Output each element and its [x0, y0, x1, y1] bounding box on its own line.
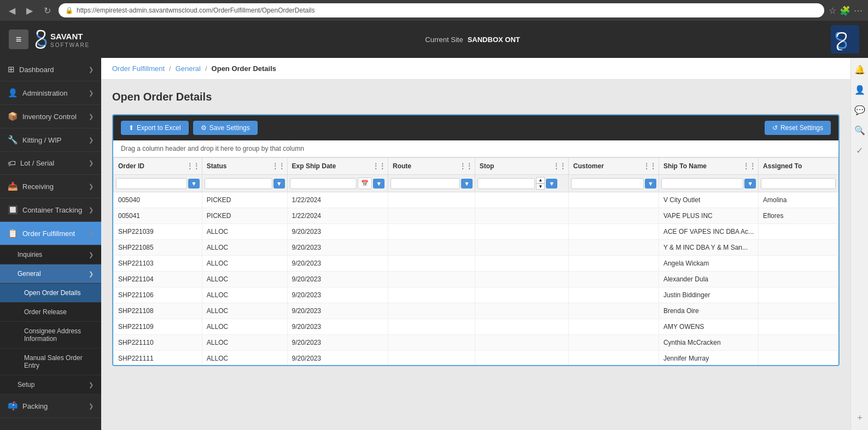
cell-1-4 — [475, 208, 568, 224]
cell-0-7: Amolina — [759, 192, 838, 208]
chevron-icon: ❯ — [89, 90, 94, 97]
breadcrumb-general[interactable]: General — [176, 64, 201, 73]
table-row[interactable]: SHP221106ALLOC9/20/2023Justin Biddinger — [114, 287, 838, 303]
filter-exp-ship-date-btn[interactable]: ▼ — [373, 179, 385, 189]
table-scroll-container[interactable]: Order ID ⋮⋮ Status ⋮⋮ Exp Ship Date ⋮⋮ — [113, 157, 838, 365]
filter-stop-spinner[interactable]: ▲ ▼ — [536, 177, 545, 190]
filter-customer-input[interactable] — [571, 178, 644, 189]
url-bar[interactable]: 🔒 https://empiretest-admin.savantwmsclou… — [59, 3, 824, 17]
sidebar-label-dashboard: Dashboard — [19, 66, 54, 74]
table-row[interactable]: SHP221110ALLOC9/20/2023Cynthia McCracken — [114, 335, 838, 351]
cell-5-2: 9/20/2023 — [287, 272, 388, 287]
table-row[interactable]: SHP221108ALLOC9/20/2023Brenda Oire — [114, 303, 838, 319]
filter-assigned-to-input[interactable] — [761, 178, 836, 189]
col-header-stop[interactable]: Stop ⋮⋮ — [475, 158, 568, 175]
customer-menu-icon[interactable]: ⋮⋮ — [643, 162, 656, 170]
table-row[interactable]: SHP221104ALLOC9/20/2023Alexander Dula — [114, 272, 838, 287]
sidebar-item-packing[interactable]: 📫 Packing ❯ — [0, 394, 101, 418]
filter-stop: ▲ ▼ ▼ — [475, 175, 568, 192]
col-header-assigned-to[interactable]: Assigned To — [759, 158, 838, 175]
filter-stop-btn[interactable]: ▼ — [546, 179, 557, 189]
table-row[interactable]: 005040PICKED1/22/2024V City OutletAmolin… — [114, 192, 838, 208]
filter-stop-input[interactable] — [477, 178, 535, 189]
logo-area: ≡ SAVANT SOFTWARE — [9, 25, 114, 54]
right-icon-4[interactable]: 🔍 — [852, 123, 867, 138]
filter-ship-to-name-input[interactable] — [661, 178, 743, 189]
cell-8-7 — [759, 319, 838, 335]
sidebar-item-inventory-control[interactable]: 📦 Inventory Control ❯ — [0, 105, 101, 128]
cell-1-0: 005041 — [114, 208, 202, 224]
hamburger-button[interactable]: ≡ — [9, 30, 28, 49]
order-fulfillment-icon: 📋 — [8, 228, 18, 238]
table-row[interactable]: SHP221039ALLOC9/20/2023ACE OF VAPES INC … — [114, 224, 838, 240]
table-row[interactable]: SHP221103ALLOC9/20/2023Angela Wickam — [114, 256, 838, 272]
star-icon[interactable]: ☆ — [829, 5, 836, 16]
sidebar-sub-order-release[interactable]: Order Release — [0, 303, 101, 322]
col-header-status[interactable]: Status ⋮⋮ — [202, 158, 287, 175]
sidebar-item-administration[interactable]: 👤 Administration ❯ — [0, 81, 101, 105]
route-menu-icon[interactable]: ⋮⋮ — [459, 162, 473, 170]
reset-settings-button[interactable]: ↺ Reset Settings — [765, 121, 831, 135]
cell-2-3 — [388, 224, 475, 240]
table-row[interactable]: SHP221111ALLOC9/20/2023Jennifer Murray — [114, 351, 838, 365]
forward-button[interactable]: ▶ — [23, 4, 36, 17]
save-settings-button[interactable]: ⚙ Save Settings — [193, 121, 258, 135]
status-menu-icon[interactable]: ⋮⋮ — [272, 162, 285, 170]
lot-serial-icon: 🏷 — [8, 158, 16, 168]
sidebar-sub-open-order-details[interactable]: Open Order Details — [0, 284, 101, 303]
refresh-button[interactable]: ↻ — [40, 4, 54, 17]
extensions-icon[interactable]: 🧩 — [840, 5, 850, 16]
table-row[interactable]: SHP221085ALLOC9/20/2023Y & M INC DBA Y &… — [114, 240, 838, 256]
stop-spin-up[interactable]: ▲ — [536, 177, 545, 184]
table-row[interactable]: 005041PICKED1/22/2024VAPE PLUS INCEflore… — [114, 208, 838, 224]
filter-order-id-input[interactable] — [116, 178, 187, 189]
cell-0-5 — [569, 192, 659, 208]
sidebar-sub-general[interactable]: General ❯ — [0, 264, 101, 284]
col-header-order-id[interactable]: Order ID ⋮⋮ — [114, 158, 202, 175]
sidebar-sub-manual-sales[interactable]: Manual Sales Order Entry — [0, 349, 101, 375]
sidebar-item-container[interactable]: 🔲 Container Tracking ❯ — [0, 198, 101, 222]
col-header-exp-ship-date[interactable]: Exp Ship Date ⋮⋮ — [287, 158, 388, 175]
export-excel-button[interactable]: ⬆ Export to Excel — [121, 121, 189, 135]
sidebar-item-lot-serial[interactable]: 🏷 Lot / Serial ❯ — [0, 152, 101, 175]
filter-order-id-btn[interactable]: ▼ — [188, 179, 200, 189]
sidebar-sub-consignee-address[interactable]: Consignee Address Information — [0, 322, 101, 349]
exp-ship-date-menu-icon[interactable]: ⋮⋮ — [372, 162, 386, 170]
sidebar-item-kitting[interactable]: 🔧 Kitting / WIP ❯ — [0, 128, 101, 152]
right-icon-2[interactable]: 👤 — [852, 83, 867, 97]
sidebar-item-order-fulfillment[interactable]: 📋 Order Fulfillment ❯ — [0, 222, 101, 245]
order-id-menu-icon[interactable]: ⋮⋮ — [187, 162, 200, 170]
filter-status-btn[interactable]: ▼ — [273, 179, 285, 189]
filter-exp-ship-date-calendar[interactable]: 📅 — [358, 178, 372, 189]
sidebar-sub-inquiries[interactable]: Inquiries ❯ — [0, 245, 101, 264]
col-header-ship-to-name[interactable]: Ship To Name ⋮⋮ — [659, 158, 758, 175]
breadcrumb-order-fulfillment[interactable]: Order Fulfillment — [112, 64, 165, 73]
col-header-route[interactable]: Route ⋮⋮ — [388, 158, 475, 175]
filter-exp-ship-date-input[interactable] — [290, 178, 357, 189]
stop-menu-icon[interactable]: ⋮⋮ — [553, 162, 566, 170]
sidebar-item-receiving[interactable]: 📥 Receiving ❯ — [0, 175, 101, 198]
filter-customer-btn[interactable]: ▼ — [645, 179, 656, 189]
cell-7-6: Brenda Oire — [659, 303, 758, 319]
sidebar-item-dashboard[interactable]: ⊞ Dashboard ❯ — [0, 58, 101, 81]
grid-toolbar: ⬆ Export to Excel ⚙ Save Settings ↺ Rese… — [113, 115, 838, 140]
administration-icon: 👤 — [8, 88, 18, 98]
filter-route-btn[interactable]: ▼ — [461, 179, 473, 189]
sub-label-setup: Setup — [18, 381, 34, 388]
more-icon[interactable]: ⋯ — [854, 5, 863, 16]
sidebar-sub-setup[interactable]: Setup ❯ — [0, 375, 101, 394]
filter-route-input[interactable] — [391, 178, 460, 189]
filter-ship-to-name-btn[interactable]: ▼ — [744, 179, 756, 189]
cell-2-2: 9/20/2023 — [287, 224, 388, 240]
stop-spin-down[interactable]: ▼ — [536, 184, 545, 190]
right-icon-5[interactable]: ✓ — [854, 143, 865, 158]
back-button[interactable]: ◀ — [5, 4, 19, 17]
cell-5-6: Alexander Dula — [659, 272, 758, 287]
table-row[interactable]: SHP221109ALLOC9/20/2023AMY OWENS — [114, 319, 838, 335]
ship-to-name-menu-icon[interactable]: ⋮⋮ — [743, 162, 756, 170]
right-icon-3[interactable]: 💬 — [852, 103, 867, 117]
filter-status-input[interactable] — [205, 178, 272, 189]
col-header-customer[interactable]: Customer ⋮⋮ — [569, 158, 659, 175]
right-icon-1[interactable]: 🔔 — [852, 62, 867, 77]
plus-icon[interactable]: ＋ — [853, 410, 866, 426]
